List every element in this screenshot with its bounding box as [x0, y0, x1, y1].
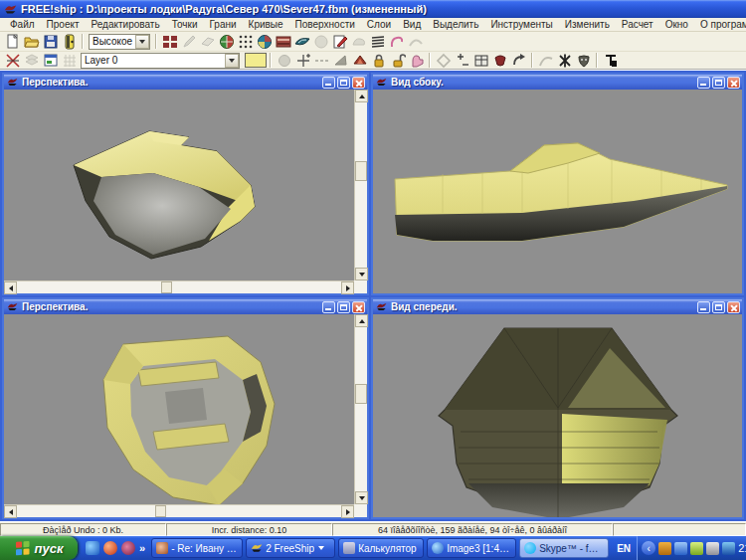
scroll-up-button[interactable] [355, 90, 368, 102]
maximize-button[interactable] [712, 301, 725, 313]
gauss-curvature-view-icon[interactable] [274, 33, 292, 50]
menu-faces[interactable]: Грани [203, 19, 242, 30]
curvature-plot-icon[interactable] [406, 33, 425, 50]
task-skype[interactable]: Skype™ - fenik... [519, 538, 609, 558]
close-button[interactable] [727, 301, 740, 313]
viewport1-horizontal-scrollbar[interactable] [4, 280, 354, 293]
tray-antivirus-icon[interactable] [690, 542, 703, 555]
quicklaunch-messenger-icon[interactable] [121, 541, 135, 555]
four-viewports-icon[interactable] [160, 33, 179, 50]
scroll-left-button[interactable] [4, 281, 17, 294]
close-button[interactable] [727, 77, 740, 89]
menu-select[interactable]: Выделить [427, 19, 484, 30]
collapse-face-icon[interactable] [331, 52, 350, 69]
viewport3-horizontal-scrollbar[interactable] [4, 504, 354, 517]
minimize-button[interactable] [322, 77, 335, 89]
save-file-icon[interactable] [41, 33, 60, 50]
unlock-points-icon[interactable] [388, 52, 407, 69]
quicklaunch-opera-icon[interactable] [103, 541, 117, 555]
quicklaunch-overflow-chevron[interactable]: » [139, 542, 145, 554]
horizontal-scroll-thumb[interactable] [161, 281, 172, 293]
delete-item-icon[interactable] [490, 52, 509, 69]
text-marker-icon[interactable] [601, 52, 620, 69]
shaded-view-icon[interactable] [255, 33, 274, 50]
remove-selection-icon[interactable] [555, 52, 574, 69]
task-calculator[interactable]: Калькулятор [338, 538, 424, 558]
task-image-viewer[interactable]: Image3 [1:4] :... [427, 538, 516, 558]
flowlines-icon[interactable] [387, 33, 406, 50]
menu-about[interactable]: О программе. [694, 19, 746, 30]
task-freeship-group[interactable]: 2 FreeShip [246, 538, 335, 558]
control-net-view-icon[interactable] [236, 33, 255, 50]
corner-point-icon[interactable] [407, 52, 426, 69]
tray-volume-icon[interactable] [722, 542, 735, 555]
layer-properties-icon[interactable] [41, 52, 60, 69]
viewport3-vertical-scrollbar[interactable] [354, 314, 367, 504]
language-indicator[interactable]: EN [613, 539, 635, 557]
scroll-down-button[interactable] [355, 268, 368, 280]
menu-edit[interactable]: Редактировать [86, 19, 166, 30]
scroll-left-button[interactable] [4, 505, 17, 518]
tray-chevron[interactable]: ‹ [642, 541, 655, 555]
tray-clock[interactable]: 21:05 [738, 542, 746, 554]
viewport2-canvas[interactable] [373, 90, 742, 293]
maximize-button[interactable] [712, 77, 725, 89]
hydrostatics-lines-icon[interactable] [368, 33, 387, 50]
layers-stack-icon[interactable] [22, 52, 41, 69]
start-button[interactable]: пуск [0, 536, 78, 560]
minimize-button[interactable] [697, 301, 710, 313]
pencil-edit-icon[interactable] [179, 33, 198, 50]
window-titlebar[interactable]: FREE!ship : D:\проекты лодки\Радуга\Севе… [0, 0, 746, 18]
spline-curve-icon[interactable] [536, 52, 555, 69]
menu-layers[interactable]: Слои [361, 19, 397, 30]
import-export-icon[interactable] [60, 33, 79, 50]
quicklaunch-browser-icon[interactable] [86, 541, 99, 555]
layer-dropdown-button[interactable] [225, 54, 239, 68]
viewport1-titlebar[interactable]: Перспектива. [4, 75, 367, 90]
layer-combobox[interactable]: Layer 0 [81, 53, 240, 69]
shrink-sphere-icon[interactable] [275, 52, 293, 69]
close-button[interactable] [352, 301, 365, 313]
viewport1-vertical-scrollbar[interactable] [354, 90, 367, 280]
close-button[interactable] [352, 77, 365, 89]
tray-device-icon[interactable] [706, 542, 719, 555]
background-grid-icon[interactable] [60, 52, 79, 69]
markers-table-icon[interactable] [471, 52, 490, 69]
design-notes-icon[interactable] [330, 33, 349, 50]
precision-combobox[interactable]: Высокое [89, 34, 150, 50]
viewport1-canvas[interactable] [4, 90, 354, 280]
scroll-down-button[interactable] [355, 491, 368, 504]
open-file-icon[interactable] [22, 33, 41, 50]
task-mail[interactable]: - Re: Ивану Г... [151, 538, 243, 558]
menu-window[interactable]: Окно [659, 19, 694, 30]
dashed-line-icon[interactable] [312, 52, 331, 69]
insert-plane-icon[interactable] [350, 52, 369, 69]
vertical-scroll-thumb[interactable] [355, 384, 367, 404]
tray-network-icon[interactable] [674, 542, 687, 555]
viewport3-titlebar[interactable]: Перспектива. [4, 299, 367, 314]
vertical-scroll-thumb[interactable] [355, 161, 367, 181]
mask-face-icon[interactable] [574, 52, 593, 69]
viewport4-titlebar[interactable]: Вид спереди. [373, 299, 742, 314]
menu-transform[interactable]: Изменить [559, 19, 616, 30]
menu-calculations[interactable]: Расчет [616, 19, 659, 30]
scroll-right-button[interactable] [341, 281, 354, 294]
intersection-point-icon[interactable] [453, 52, 471, 69]
minimize-button[interactable] [322, 301, 335, 313]
minimize-button[interactable] [697, 77, 710, 89]
maximize-button[interactable] [337, 77, 350, 89]
rotate-model-icon[interactable] [509, 52, 528, 69]
solid-view-icon[interactable] [349, 33, 368, 50]
lock-points-icon[interactable] [369, 52, 388, 69]
tray-update-icon[interactable] [658, 542, 671, 555]
menu-file[interactable]: Файл [4, 19, 41, 30]
layer-color-swatch[interactable] [245, 53, 267, 68]
intersection-frames-icon[interactable] [3, 52, 22, 69]
horizontal-scroll-thumb[interactable] [155, 505, 166, 517]
add-point-icon[interactable] [293, 52, 312, 69]
menu-project[interactable]: Проект [41, 19, 86, 30]
maximize-button[interactable] [337, 301, 350, 313]
menu-surfaces[interactable]: Поверхности [289, 19, 361, 30]
zebra-shading-view-icon[interactable] [292, 33, 311, 50]
menu-points[interactable]: Точки [166, 19, 204, 30]
